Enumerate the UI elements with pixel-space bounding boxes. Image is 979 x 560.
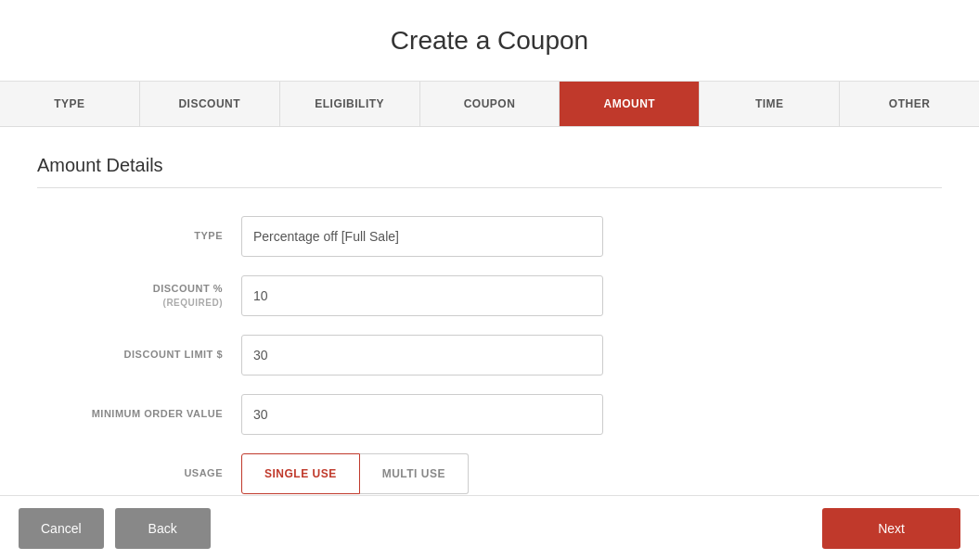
footer-left-actions: Cancel Back [19,508,211,549]
discount-label: DISCOUNT % (REQUIRED) [37,282,241,309]
tab-discount[interactable]: DISCOUNT [140,82,280,126]
next-button[interactable]: Next [822,508,960,549]
tab-type[interactable]: TYPE [0,82,140,126]
discount-input[interactable] [241,275,603,316]
back-button[interactable]: Back [115,508,211,549]
discount-row: DISCOUNT % (REQUIRED) [37,275,942,316]
type-label: TYPE [37,229,241,243]
type-input[interactable] [241,216,603,257]
tab-time[interactable]: TIME [700,82,840,126]
main-content: Amount Details TYPE DISCOUNT % (REQUIRED… [0,127,979,496]
usage-group: SINGLE USE MULTI USE [241,453,469,494]
minimum-order-label: MINIMUM ORDER VALUE [37,407,241,421]
page-title: Create a Coupon [391,26,588,56]
minimum-order-row: MINIMUM ORDER VALUE [37,394,942,435]
section-title: Amount Details [37,155,942,188]
tab-amount[interactable]: AMOUNT [560,82,700,126]
discount-limit-row: DISCOUNT LIMIT $ [37,335,942,375]
single-use-button[interactable]: SINGLE USE [241,453,360,494]
cancel-button[interactable]: Cancel [19,508,104,549]
page-header: Create a Coupon [0,0,979,82]
footer: Cancel Back Next [0,495,979,560]
discount-limit-label: DISCOUNT LIMIT $ [37,348,241,362]
usage-row: USAGE SINGLE USE MULTI USE [37,453,942,494]
tab-eligibility[interactable]: ELIGIBILITY [280,82,420,126]
tab-coupon[interactable]: COUPON [420,82,560,126]
minimum-order-input[interactable] [241,394,603,435]
multi-use-button[interactable]: MULTI USE [360,453,469,494]
tab-navigation: TYPE DISCOUNT ELIGIBILITY COUPON AMOUNT … [0,82,979,127]
discount-limit-input[interactable] [241,335,603,375]
usage-label: USAGE [37,466,241,480]
type-row: TYPE [37,216,942,257]
tab-other[interactable]: OTHER [840,82,979,126]
